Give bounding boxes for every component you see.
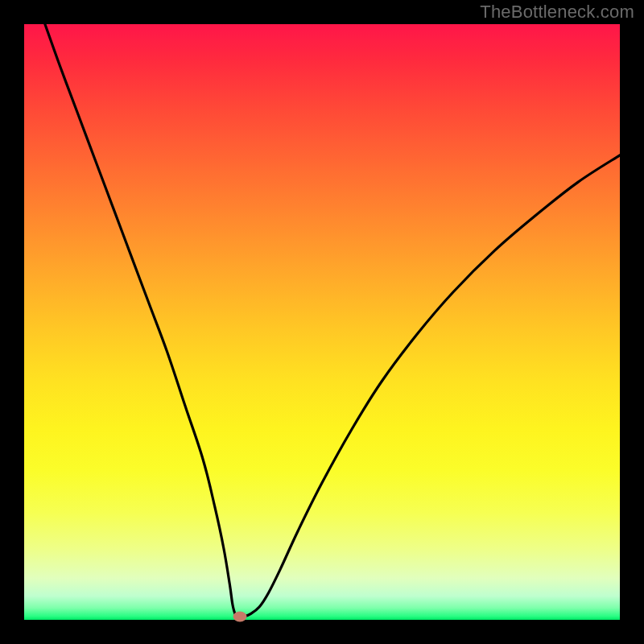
attribution-text: TheBottleneck.com [480,2,634,23]
bottleneck-curve [45,24,620,617]
optimum-marker [233,612,246,622]
chart-frame: TheBottleneck.com [0,0,644,644]
curve-svg [24,24,620,620]
plot-area [24,24,620,620]
